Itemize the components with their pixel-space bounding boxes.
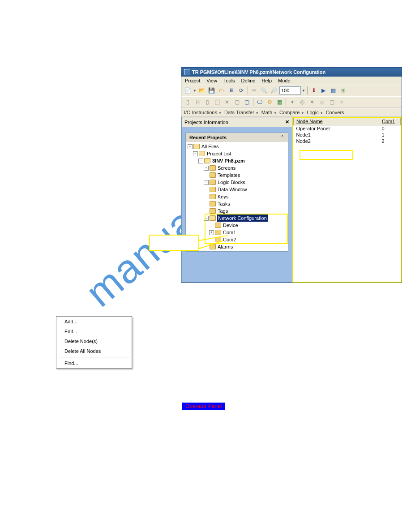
toolbar-1: 📄 ▼ 📂 💾 🗀 🖥 ⟳ ✂ 🔍 🔎 100 ▼ ⬇ ▶ ▦ ⊞	[181, 85, 402, 96]
play-icon[interactable]: ▶	[319, 86, 328, 95]
menu-edit[interactable]: Edit...	[56, 326, 132, 336]
zoom-in-icon: 🔍	[260, 86, 269, 95]
window-icon[interactable]: ▢	[242, 98, 251, 107]
close-panel-icon[interactable]: ✕	[285, 119, 289, 125]
new-icon[interactable]: 📄	[183, 86, 192, 95]
delete-icon: ✕	[223, 98, 231, 107]
table-row[interactable]: Node22	[294, 138, 401, 144]
category-logic[interactable]: Logic ▼	[307, 110, 323, 115]
category-data-transfer[interactable]: Data Transfer ▼	[224, 110, 259, 115]
empty-highlight-box	[300, 150, 353, 160]
menu-find[interactable]: Find...	[56, 358, 132, 368]
category-bar: I/O Instructions ▼ Data Transfer ▼ Math …	[181, 108, 402, 117]
cut-icon: ✂	[250, 86, 259, 95]
paste-icon: 📋	[213, 98, 222, 107]
table-row[interactable]: Node11	[294, 132, 401, 138]
toolbar-separator	[253, 98, 253, 106]
zoom-input[interactable]: 100	[279, 86, 301, 94]
category-math[interactable]: Math ▼	[261, 110, 277, 115]
menu-help[interactable]: Help	[261, 78, 272, 83]
refresh-icon[interactable]: ⟳	[237, 86, 246, 95]
menu-view[interactable]: View	[206, 78, 217, 83]
zoom-out-icon: 🔎	[270, 86, 278, 95]
monitor-icon[interactable]: 🖵	[255, 98, 264, 107]
menu-add[interactable]: Add...	[56, 317, 132, 326]
menu-mode[interactable]: Mode	[278, 78, 291, 83]
node-panel: Node Name Com1 Operator Panel0 Node11 No…	[292, 117, 402, 283]
app-grid-icon[interactable]: ⊞	[339, 86, 348, 95]
projects-panel-title: Projects Information	[184, 120, 228, 125]
operator-panel-badge: Operator Panel	[182, 403, 225, 410]
tree-keys[interactable]: Keys	[188, 193, 288, 200]
square-icon: ▢	[327, 98, 336, 107]
category-io[interactable]: I/O Instructions ▼	[184, 110, 222, 115]
zoom-dropdown-icon[interactable]: ▼	[302, 89, 305, 93]
menu-tools[interactable]: Tools	[223, 78, 235, 83]
folder-icon[interactable]: 🗀	[217, 86, 226, 95]
save-icon[interactable]: 💾	[207, 86, 216, 95]
table-row[interactable]: Operator Panel0	[294, 125, 401, 132]
tree-device[interactable]: Device	[188, 222, 288, 229]
menu-define[interactable]: Define	[241, 78, 256, 83]
tree-tags[interactable]: Tags	[188, 207, 288, 215]
copy-icon: ⎘	[193, 98, 202, 107]
app-window: TR PGMS¥OffLine¥3INV Ph8.pzm¥Network Con…	[181, 67, 402, 283]
tree-network-config[interactable]: −Network Configuration	[188, 215, 288, 222]
tree-project[interactable]: −3INV Ph8.pzm	[188, 157, 288, 164]
gear-icon[interactable]: ⚙	[265, 98, 274, 107]
toolbar-2: ▯ ⎘ ▯ 📋 ✕ ▢ ▢ 🖵 ⚙ ▦ ✦ ◎ ✶ ◇ ▢ ○	[181, 96, 402, 108]
collapse-icon[interactable]: ⌃	[281, 135, 284, 140]
open-icon[interactable]: 📂	[197, 86, 206, 95]
tree-tasks[interactable]: Tasks	[188, 200, 288, 207]
titlebar: TR PGMS¥OffLine¥3INV Ph8.pzm¥Network Con…	[181, 68, 402, 77]
tree-all-files[interactable]: −All Files	[188, 143, 288, 150]
content-area: Projects Information ✕ Recent Projects ⌃…	[181, 117, 402, 283]
category-compare[interactable]: Compare ▼	[279, 110, 304, 115]
titlebar-text: TR PGMS¥OffLine¥3INV Ph8.pzm¥Network Con…	[192, 69, 325, 75]
menu-delete-all[interactable]: Delete All Nodes	[56, 346, 132, 356]
props-icon: ▢	[232, 98, 241, 107]
col-node-name[interactable]: Node Name	[294, 118, 379, 125]
grid-icon[interactable]: ▦	[329, 86, 338, 95]
diamond-icon: ◇	[317, 98, 326, 107]
projects-panel-header: Projects Information ✕	[182, 117, 292, 127]
tree-templates[interactable]: Templates	[188, 172, 288, 179]
tree-container: Recent Projects ⌃ −All Files −Project Li…	[185, 133, 288, 252]
page-icon: ▯	[203, 98, 212, 107]
star-icon: ✶	[308, 98, 317, 107]
callout-box	[149, 235, 199, 251]
doc-icon: ▯	[183, 98, 192, 107]
download-icon[interactable]: ⬇	[309, 86, 318, 95]
toolbar-separator	[286, 98, 286, 106]
target-icon: ◎	[298, 98, 307, 107]
menu-delete-nodes[interactable]: Delete Node(s)	[56, 336, 132, 346]
col-com1[interactable]: Com1	[379, 118, 401, 125]
project-tree: −All Files −Project List −3INV Ph8.pzm +…	[186, 142, 288, 251]
circle-icon: ○	[337, 98, 346, 107]
toolbar-separator	[307, 86, 308, 94]
menu-project[interactable]: Project	[185, 78, 200, 83]
tree-data-window[interactable]: Data Window	[188, 186, 288, 193]
tree-com1[interactable]: +Com1	[188, 229, 288, 236]
projects-panel: Projects Information ✕ Recent Projects ⌃…	[181, 117, 292, 283]
menubar: Project View Tools Define Help Mode	[181, 77, 402, 85]
projects-panel-body: Recent Projects ⌃ −All Files −Project Li…	[182, 127, 292, 282]
app-icon	[184, 69, 190, 75]
recent-projects-header[interactable]: Recent Projects ⌃	[186, 133, 288, 142]
chart-icon[interactable]: ▦	[275, 98, 284, 107]
tree-project-list[interactable]: −Project List	[188, 150, 288, 157]
new-dropdown-icon[interactable]: ▼	[193, 89, 197, 93]
tree-logic-blocks[interactable]: +Logic Blocks	[188, 179, 288, 186]
node-table: Node Name Com1 Operator Panel0 Node11 No…	[293, 118, 401, 144]
category-convers[interactable]: Convers	[326, 110, 344, 115]
sparkle-icon: ✦	[288, 98, 297, 107]
toolbar-separator	[248, 86, 248, 94]
export-icon[interactable]: 🖥	[227, 86, 236, 95]
context-menu: Add... Edit... Delete Node(s) Delete All…	[56, 316, 132, 369]
tree-screens[interactable]: +Screens	[188, 164, 288, 172]
menu-separator	[58, 357, 130, 357]
